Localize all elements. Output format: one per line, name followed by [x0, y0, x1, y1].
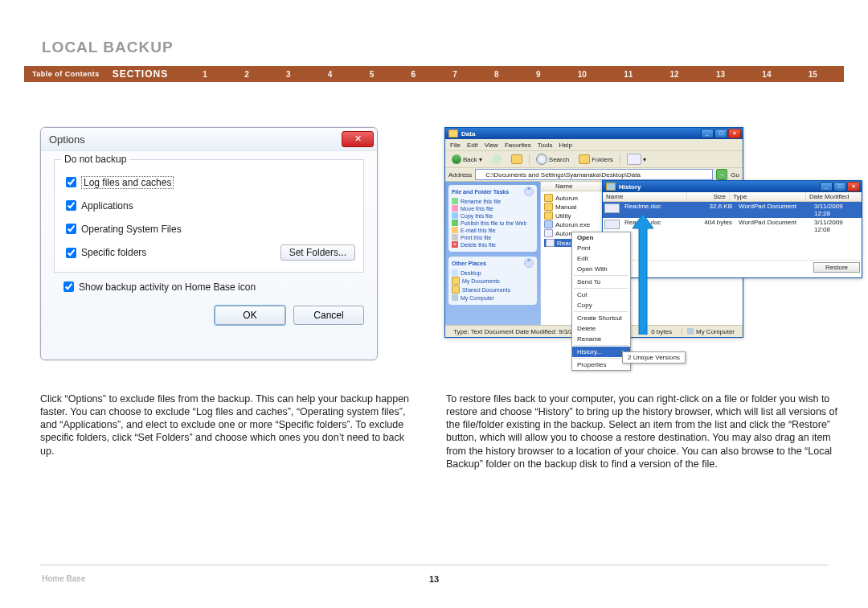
- doc-icon: [604, 203, 620, 213]
- cm-copy[interactable]: Copy: [572, 300, 630, 310]
- close-button[interactable]: ✕: [342, 131, 374, 147]
- row-size: 32.6 KB: [694, 202, 735, 218]
- group-legend: Do not backup: [61, 154, 129, 165]
- cm-open[interactable]: Open: [572, 232, 630, 243]
- place-my-documents[interactable]: My Documents: [452, 277, 534, 285]
- section-2[interactable]: 2: [244, 70, 249, 79]
- section-7[interactable]: 7: [452, 70, 457, 79]
- task-email[interactable]: E-mail this file: [452, 227, 534, 233]
- minimize-button[interactable]: _: [701, 129, 714, 138]
- section-4[interactable]: 4: [328, 70, 333, 79]
- cm-delete[interactable]: Delete: [572, 323, 630, 334]
- go-button[interactable]: →: [716, 169, 727, 180]
- col-type[interactable]: Type: [730, 192, 806, 201]
- menu-favorites[interactable]: Favorites: [505, 142, 531, 149]
- exclude-log-files-checkbox[interactable]: [66, 177, 76, 187]
- section-3[interactable]: 3: [286, 70, 291, 79]
- place-desktop[interactable]: Desktop: [452, 269, 534, 276]
- task-move[interactable]: Move this file: [452, 205, 534, 212]
- exclude-specific-folders-row: Specific folders Set Folders...: [63, 244, 355, 261]
- menu-tools[interactable]: Tools: [538, 142, 553, 149]
- section-14[interactable]: 14: [762, 70, 771, 79]
- cm-cut[interactable]: Cut: [572, 290, 630, 300]
- col-date[interactable]: Date Modified: [806, 192, 862, 201]
- place-label: Desktop: [461, 270, 481, 276]
- cm-open-with[interactable]: Open With: [572, 264, 630, 274]
- col-name[interactable]: Name: [603, 192, 687, 201]
- options-dialog: Options ✕ Do not backup Log files and ca…: [40, 127, 378, 360]
- footer-rule: [40, 565, 828, 565]
- row-type: WordPad Document: [735, 202, 811, 218]
- task-label: Move this file: [461, 206, 493, 212]
- cm-create-shortcut[interactable]: Create Shortcut: [572, 313, 630, 323]
- toc-link[interactable]: Table of Contents: [24, 70, 100, 78]
- restore-button[interactable]: Restore: [813, 262, 860, 273]
- section-8[interactable]: 8: [494, 70, 499, 79]
- email-icon: [452, 227, 458, 233]
- collapse-icon[interactable]: ⌃: [524, 187, 534, 196]
- set-folders-button[interactable]: Set Folders...: [280, 244, 355, 261]
- menu-view[interactable]: View: [485, 142, 498, 149]
- exclude-applications-checkbox[interactable]: [66, 200, 76, 211]
- task-copy[interactable]: Copy this file: [452, 212, 534, 219]
- section-5[interactable]: 5: [370, 70, 375, 79]
- toolbar-separator: [620, 154, 620, 165]
- folders-button[interactable]: Folders: [575, 154, 616, 165]
- section-13[interactable]: 13: [716, 70, 725, 79]
- task-delete[interactable]: ×Delete this file: [452, 241, 534, 248]
- folders-icon: [579, 154, 590, 164]
- section-15[interactable]: 15: [809, 70, 817, 79]
- window-close-button[interactable]: ×: [728, 129, 741, 138]
- task-publish[interactable]: Publish this file to the Web: [452, 220, 534, 226]
- show-activity-checkbox[interactable]: [63, 281, 74, 292]
- section-12[interactable]: 12: [670, 70, 679, 79]
- history-row[interactable]: Readme.doc 404 bytes WordPad Document 3/…: [603, 218, 862, 234]
- search-button[interactable]: Search: [533, 153, 572, 166]
- exclude-specific-folders-checkbox[interactable]: [66, 248, 76, 258]
- place-my-computer[interactable]: My Computer: [452, 294, 534, 301]
- back-button[interactable]: Back ▾: [448, 154, 485, 165]
- section-1[interactable]: 1: [203, 70, 207, 79]
- section-6[interactable]: 6: [411, 70, 416, 79]
- cm-rename[interactable]: Rename: [572, 334, 630, 344]
- views-button[interactable]: ▾: [624, 153, 649, 166]
- tasks-pane: File and Folder Tasks⌃ Rename this file …: [445, 182, 541, 325]
- ok-button[interactable]: OK: [215, 306, 285, 325]
- files-header-name[interactable]: Name: [555, 183, 572, 190]
- task-print[interactable]: Print this file: [452, 234, 534, 240]
- col-size[interactable]: Size: [687, 192, 730, 201]
- menu-file[interactable]: File: [450, 142, 461, 149]
- history-titlebar: History _ □ ×: [603, 181, 862, 192]
- row-date: 3/11/2009 12:28: [811, 202, 862, 218]
- maximize-button[interactable]: □: [833, 182, 846, 191]
- up-button[interactable]: [508, 154, 526, 165]
- folder-icon: [477, 172, 484, 178]
- menu-help[interactable]: Help: [559, 142, 571, 149]
- task-rename[interactable]: Rename this file: [452, 198, 534, 204]
- forward-button[interactable]: [489, 154, 505, 165]
- views-icon: [627, 154, 641, 165]
- menu-edit[interactable]: Edit: [467, 142, 478, 149]
- section-11[interactable]: 11: [624, 70, 633, 79]
- data-titlebar: Data _ □ ×: [445, 128, 743, 139]
- window-close-button[interactable]: ×: [847, 182, 860, 191]
- collapse-icon[interactable]: ⌃: [524, 258, 534, 268]
- shared-icon: [452, 286, 460, 294]
- section-10[interactable]: 10: [578, 70, 587, 79]
- sections-numbers: 1 2 3 4 5 6 7 8 9 10 11 12 13 14 15: [168, 70, 844, 79]
- address-text: C:\Documents and Settings\Syamanaka\Desk…: [485, 171, 641, 179]
- cm-submenu-versions[interactable]: 2 Unique Versions: [622, 351, 686, 364]
- maximize-button[interactable]: □: [714, 129, 727, 138]
- history-row[interactable]: Readme.doc 32.6 KB WordPad Document 3/11…: [603, 202, 862, 218]
- cm-edit[interactable]: Edit: [572, 253, 630, 264]
- cancel-button[interactable]: Cancel: [293, 306, 364, 325]
- address-input[interactable]: C:\Documents and Settings\Syamanaka\Desk…: [475, 169, 713, 180]
- exclude-os-files-checkbox[interactable]: [66, 224, 76, 234]
- place-shared-documents[interactable]: Shared Documents: [452, 286, 534, 294]
- minimize-button[interactable]: _: [820, 182, 833, 191]
- folder-icon: [544, 194, 553, 202]
- cm-send-to[interactable]: Send To: [572, 277, 630, 287]
- section-9[interactable]: 9: [536, 70, 541, 79]
- cm-print[interactable]: Print: [572, 243, 630, 253]
- folder-icon: [544, 212, 553, 220]
